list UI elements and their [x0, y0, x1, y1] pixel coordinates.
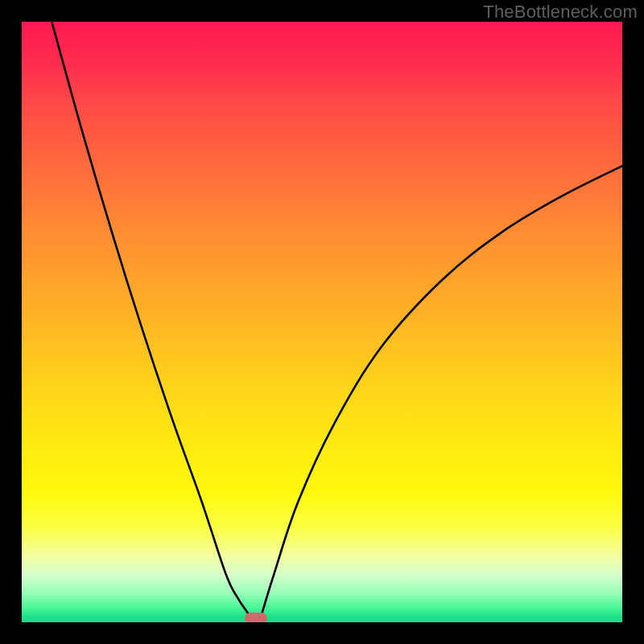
curve-left-branch	[52, 22, 253, 622]
chart-frame: TheBottleneck.com	[0, 0, 644, 644]
optimum-marker	[245, 613, 267, 622]
bottleneck-curve	[22, 22, 622, 622]
plot-area	[22, 22, 622, 622]
curve-right-branch	[259, 166, 622, 622]
watermark-text: TheBottleneck.com	[483, 2, 638, 23]
